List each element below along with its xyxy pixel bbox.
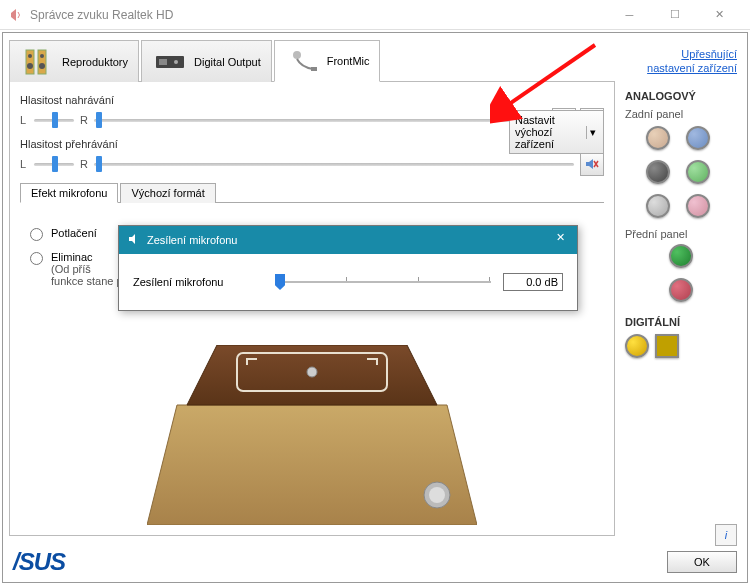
default-device-line1: Nastavit: [515, 114, 582, 126]
svg-rect-1: [38, 50, 46, 74]
svg-point-3: [40, 54, 44, 58]
speaker-icon: [127, 232, 141, 248]
dialog-title: Zesílení mikrofonu: [147, 234, 551, 246]
info-button[interactable]: i: [715, 524, 737, 546]
recording-volume-label: Hlasitost nahrávání: [20, 94, 604, 106]
close-button[interactable]: ✕: [697, 1, 742, 29]
window-title: Správce zvuku Realtek HD: [30, 8, 607, 22]
svg-point-5: [39, 63, 45, 69]
front-panel-jacks: [625, 244, 737, 302]
channel-r: R: [80, 114, 88, 126]
recording-volume-slider[interactable]: [94, 112, 546, 128]
titlebar: Správce zvuku Realtek HD ─ ☐ ✕: [0, 0, 750, 30]
jack-green[interactable]: [686, 160, 710, 184]
minimize-button[interactable]: ─: [607, 1, 652, 29]
maximize-button[interactable]: ☐: [652, 1, 697, 29]
svg-point-9: [293, 51, 301, 59]
channel-r: R: [80, 158, 88, 170]
mic-subtabs: Efekt mikrofonu Výchozí formát: [20, 182, 604, 203]
digital-output-icon: [152, 48, 188, 76]
radio-icon: [30, 228, 43, 241]
svg-rect-10: [311, 67, 317, 71]
dialog-close-button[interactable]: ✕: [551, 231, 569, 249]
boost-slider[interactable]: [275, 272, 491, 292]
jack-pink[interactable]: [686, 194, 710, 218]
tab-frontmic[interactable]: FrontMic: [274, 40, 381, 82]
analog-heading: ANALOGOVÝ: [625, 90, 737, 102]
device-tabs: Reproduktory Digital Output FrontMic: [9, 39, 615, 82]
room-illustration: [147, 345, 477, 525]
svg-point-15: [307, 367, 317, 377]
boost-value: 0.0 dB: [503, 273, 563, 291]
tab-speakers[interactable]: Reproduktory: [9, 40, 139, 82]
chevron-down-icon: ▾: [586, 126, 598, 139]
tab-digital-output[interactable]: Digital Output: [141, 40, 272, 82]
svg-point-2: [28, 54, 32, 58]
svg-point-8: [174, 60, 178, 64]
back-panel-jacks: [625, 126, 737, 218]
jack-black[interactable]: [646, 160, 670, 184]
svg-marker-12: [147, 405, 477, 525]
speakers-icon: [20, 48, 56, 76]
dialog-titlebar[interactable]: Zesílení mikrofonu ✕: [119, 226, 577, 254]
jack-front-green[interactable]: [669, 244, 693, 268]
footer: /SUS OK: [13, 548, 737, 576]
tab-label: Digital Output: [194, 56, 261, 68]
default-device-dropdown[interactable]: Nastavit výchozí zařízení ▾: [509, 110, 604, 154]
default-device-line2: výchozí zařízení: [515, 126, 582, 150]
asus-logo: /SUS: [13, 548, 65, 576]
svg-point-4: [27, 63, 33, 69]
digital-jacks: [625, 334, 737, 358]
svg-rect-7: [159, 59, 167, 65]
jack-blue[interactable]: [686, 126, 710, 150]
side-panel: Upřesňující nastavení zařízení ANALOGOVÝ…: [621, 39, 741, 536]
playback-volume-slider[interactable]: [94, 156, 574, 172]
balance-slider[interactable]: [34, 112, 74, 128]
jack-beige[interactable]: [646, 126, 670, 150]
jack-optical[interactable]: [655, 334, 679, 358]
digital-heading: DIGITÁLNÍ: [625, 316, 737, 328]
boost-label: Zesílení mikrofonu: [133, 276, 263, 288]
front-panel-label: Přední panel: [625, 228, 737, 240]
option-label: Eliminac: [51, 251, 93, 263]
svg-point-17: [429, 487, 445, 503]
radio-icon: [30, 252, 43, 265]
subtab-format[interactable]: Výchozí formát: [120, 183, 215, 203]
app-icon: [8, 7, 24, 23]
channel-l: L: [20, 158, 28, 170]
advanced-settings-link[interactable]: Upřesňující nastavení zařízení: [625, 47, 737, 76]
ok-button[interactable]: OK: [667, 551, 737, 573]
back-panel-label: Zadní panel: [625, 108, 737, 120]
option-label: Potlačení: [51, 227, 97, 239]
subtab-effect[interactable]: Efekt mikrofonu: [20, 183, 118, 203]
mic-boost-dialog: Zesílení mikrofonu ✕ Zesílení mikrofonu …: [118, 225, 578, 311]
jack-grey[interactable]: [646, 194, 670, 218]
channel-l: L: [20, 114, 28, 126]
tab-label: Reproduktory: [62, 56, 128, 68]
jack-spdif[interactable]: [625, 334, 649, 358]
svg-rect-0: [26, 50, 34, 74]
mic-icon: [285, 47, 321, 75]
mute-playback-button[interactable]: [580, 152, 604, 176]
balance-slider[interactable]: [34, 156, 74, 172]
tab-label: FrontMic: [327, 55, 370, 67]
jack-front-pink[interactable]: [669, 278, 693, 302]
